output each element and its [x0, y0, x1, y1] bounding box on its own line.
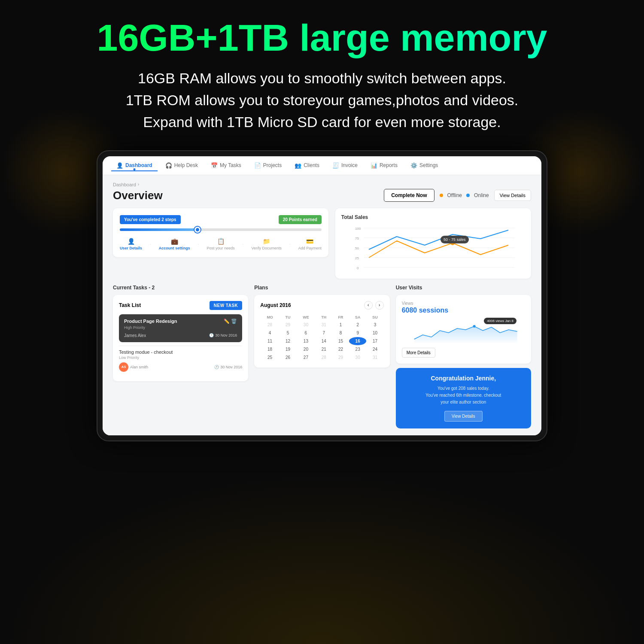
visits-card: Views 6080 sessions [396, 295, 531, 364]
visits-chart-wrapper: 4006 views Jan 8 [402, 318, 525, 345]
view-details-button[interactable]: View Details [494, 190, 531, 201]
step-verify-docs[interactable]: 📁 Verify Documents [251, 238, 282, 250]
cal-day[interactable]: 14 [316, 337, 332, 345]
nav-item-reports[interactable]: 📊 Reports [365, 160, 403, 171]
cal-th-mo: MO [260, 314, 279, 321]
task-list-title: Task List [119, 302, 141, 308]
cal-day[interactable]: 1 [332, 321, 349, 329]
task-action-icons: ✏️ 🗑️ [224, 319, 237, 324]
cal-th-we: WE [296, 314, 316, 321]
tablet-screen: 👤 Dashboard 🎧 Help Desk 📅 My Tasks 📄 Pro… [103, 156, 541, 435]
cal-day[interactable]: 23 [349, 345, 366, 353]
congrats-text: You've got 208 sales today. You've reach… [403, 385, 524, 406]
offline-dot [440, 194, 443, 197]
cal-day[interactable]: 12 [279, 337, 296, 345]
congrats-view-details-button[interactable]: View Details [444, 411, 483, 422]
cal-day[interactable]: 30 [296, 321, 316, 329]
cal-day[interactable]: 8 [332, 329, 349, 337]
cal-day[interactable]: 7 [316, 329, 332, 337]
cal-day[interactable]: 10 [366, 329, 383, 337]
progress-fill [120, 228, 197, 231]
cal-day[interactable]: 3 [366, 321, 383, 329]
sales-chart: 100 75 50 25 0 [341, 224, 525, 271]
cal-day[interactable]: 11 [260, 337, 279, 345]
task-card: Task List NEW TASK Product Page Redesign… [113, 295, 248, 381]
projects-icon: 📄 [254, 162, 261, 169]
svg-text:50: 50 [355, 246, 359, 250]
task-priority-2: Low Priority [119, 355, 242, 360]
bottom-row: Current Tasks - 2 Task List NEW TASK Pro… [113, 285, 531, 428]
cal-day[interactable]: 27 [296, 353, 316, 361]
cal-week-row: 11121314151617 [260, 337, 383, 345]
task-item-dark: Product Page Redesign ✏️ 🗑️ High Priorit… [119, 314, 242, 342]
cal-prev-button[interactable]: ‹ [364, 301, 373, 310]
cal-th-tu: TU [279, 314, 296, 321]
breadcrumb-arrow: › [138, 182, 139, 187]
reports-icon: 📊 [371, 162, 377, 169]
cal-day[interactable]: 29 [332, 353, 349, 361]
chart-title: Total Sales [341, 214, 525, 220]
cal-day[interactable]: 16 [349, 337, 366, 345]
plans-title: Plans [254, 285, 389, 291]
nav-item-dashboard[interactable]: 👤 Dashboard [111, 160, 158, 171]
step-user-details[interactable]: 👤 User Details [120, 238, 142, 250]
cal-day[interactable]: 30 [349, 353, 366, 361]
helpdesk-icon: 🎧 [165, 162, 172, 169]
step-account-settings[interactable]: 💼 Account settings [159, 238, 190, 250]
main-content: Dashboard › Overview Complete Now Offlin… [103, 175, 541, 435]
cal-day[interactable]: 13 [296, 337, 316, 345]
cal-day[interactable]: 24 [366, 345, 383, 353]
cal-day[interactable]: 25 [260, 353, 279, 361]
cal-day[interactable]: 6 [296, 329, 316, 337]
visits-column: User Visits Views 6080 sessions [396, 285, 531, 428]
step-add-payment[interactable]: 💳 Add Payment [298, 238, 322, 250]
cal-day[interactable]: 31 [316, 321, 332, 329]
cal-day[interactable]: 19 [279, 345, 296, 353]
clock-icon: 🕐 [209, 333, 214, 337]
cal-day[interactable]: 22 [332, 345, 349, 353]
cal-day[interactable]: 29 [279, 321, 296, 329]
cal-next-button[interactable]: › [375, 301, 384, 310]
task-item-light: Testing modue - checkout Low Priority AS… [119, 346, 242, 375]
cal-th-su: SU [366, 314, 383, 321]
more-details-button[interactable]: More Details [402, 348, 435, 358]
settings-icon: ⚙️ [410, 162, 417, 169]
cal-day[interactable]: 4 [260, 329, 279, 337]
task-header: Task List NEW TASK [119, 301, 242, 310]
cal-day[interactable]: 21 [316, 345, 332, 353]
cal-day[interactable]: 20 [296, 345, 316, 353]
cal-day[interactable]: 31 [366, 353, 383, 361]
tasks-column: Current Tasks - 2 Task List NEW TASK Pro… [113, 285, 248, 428]
cal-week-row: 18192021222324 [260, 345, 383, 353]
cal-day[interactable]: 15 [332, 337, 349, 345]
step-post-needs[interactable]: 📋 Post your needs [207, 238, 235, 250]
nav-item-invoice[interactable]: 🧾 Invoice [327, 160, 363, 171]
step-user-icon: 👤 [128, 238, 135, 245]
cal-day[interactable]: 18 [260, 345, 279, 353]
complete-now-button[interactable]: Complete Now [384, 189, 434, 202]
svg-marker-16 [414, 326, 517, 343]
cal-day[interactable]: 9 [349, 329, 366, 337]
new-task-button[interactable]: NEW TASK [210, 301, 243, 310]
nav-item-settings[interactable]: ⚙️ Settings [405, 160, 443, 171]
svg-text:Jan 20: Jan 20 [419, 270, 430, 271]
nav-item-helpdesk[interactable]: 🎧 Help Desk [160, 160, 203, 171]
avatar: AS [119, 362, 128, 372]
step-payment-icon: 💳 [306, 238, 313, 245]
cal-day[interactable]: 5 [279, 329, 296, 337]
nav-item-projects[interactable]: 📄 Projects [249, 160, 287, 171]
cal-day[interactable]: 2 [349, 321, 366, 329]
cal-day[interactable]: 17 [366, 337, 383, 345]
nav-item-clients[interactable]: 👥 Clients [289, 160, 325, 171]
svg-text:Jan 21: Jan 21 [446, 270, 457, 271]
task-date-2: 🕐 30 Nov 2016 [214, 365, 242, 369]
cal-day[interactable]: 28 [316, 353, 332, 361]
cal-th-sa: SA [349, 314, 366, 321]
cal-day[interactable]: 28 [260, 321, 279, 329]
task-assignee-1: James Alex [124, 333, 146, 338]
nav-item-mytasks[interactable]: 📅 My Tasks [206, 160, 246, 171]
cal-day[interactable]: 26 [279, 353, 296, 361]
steps-labels: You've completed 2 steps 20 Points earne… [120, 215, 322, 224]
congrats-card: Congratulation Jennie, You've got 208 sa… [396, 368, 531, 428]
online-dot [466, 194, 470, 197]
